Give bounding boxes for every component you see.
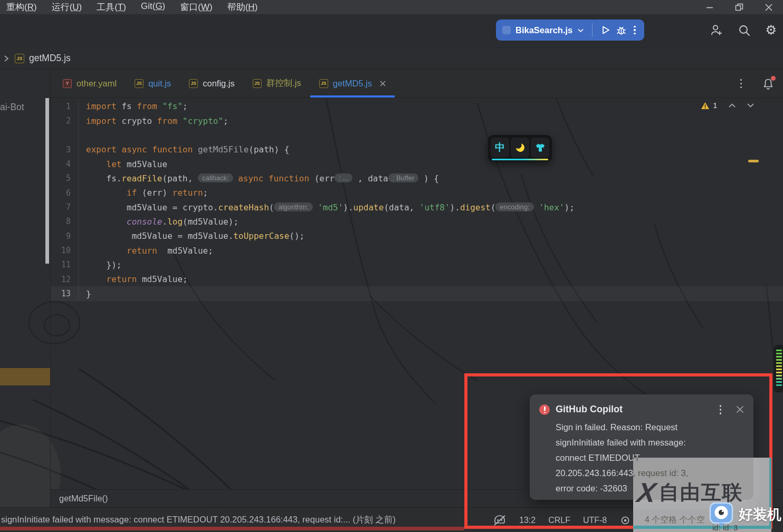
code-token: async	[238, 173, 263, 183]
line-number[interactable]: 2	[51, 116, 78, 125]
js-file-icon: JS	[189, 79, 198, 88]
close-window-button[interactable]	[760, 1, 778, 14]
code-token: return	[107, 274, 137, 284]
code-text[interactable]: md5Value = crypto.createHash(algorithm: …	[78, 200, 575, 214]
tab-quncontrol-js[interactable]: JS 群控制.js	[244, 69, 310, 98]
editor-tab-bar: Y other.yaml JS quit.js JS config.js JS …	[51, 69, 783, 98]
code-text[interactable]: });	[78, 258, 121, 272]
more-run-options-button[interactable]	[632, 24, 638, 37]
menu-git[interactable]: Git(G)	[141, 1, 165, 13]
code-token	[263, 173, 269, 183]
code-token	[86, 188, 127, 198]
tab-label[interactable]: quit.js	[148, 79, 171, 89]
notification-more-button[interactable]	[718, 403, 724, 417]
close-tab-button[interactable]	[380, 81, 386, 86]
line-number[interactable]: 11	[51, 260, 78, 269]
monitor-eye-logo	[708, 502, 734, 527]
chevron-right-icon[interactable]	[3, 55, 9, 62]
code-text[interactable]: md5Value = md5Value.toUpperCase();	[78, 229, 304, 243]
settings-gear-icon[interactable]: ⚙	[765, 24, 777, 36]
line-number[interactable]: 7	[51, 202, 78, 212]
tab-label[interactable]: other.yaml	[77, 79, 117, 89]
warning-stripe-mark[interactable]	[748, 160, 759, 162]
line-ending[interactable]: CRLF	[548, 516, 570, 525]
line-number[interactable]: 13	[51, 289, 78, 298]
breadcrumb-file[interactable]: getMD5.js	[29, 53, 71, 64]
window-controls	[701, 0, 778, 15]
code-text[interactable]: fs.readFile(path, callback: async functi…	[78, 171, 439, 186]
warnings-indicator[interactable]: 1	[701, 101, 718, 110]
menu-window[interactable]: 窗口(W)	[180, 1, 212, 13]
tab-label[interactable]: 群控制.js	[266, 78, 301, 89]
caret-position[interactable]: 13:2	[519, 516, 536, 525]
tab-label[interactable]: config.js	[203, 79, 235, 89]
notification-actions	[718, 403, 744, 417]
run-button[interactable]	[600, 25, 611, 35]
code-text[interactable]: return md5Value;	[78, 243, 213, 257]
notifications-bell-button[interactable]	[762, 78, 775, 90]
code-token: 'hex'	[539, 202, 564, 212]
copilot-notification: GitHub Copilot Sign in failed. Reason: R…	[530, 394, 753, 500]
code-token: export	[86, 144, 117, 154]
code-text[interactable]: import fs from "fs";	[78, 99, 188, 113]
run-config-label[interactable]: BikaSearch.js	[515, 25, 572, 35]
code-line: 6 if (err) return;	[51, 186, 783, 200]
menu-tools[interactable]: 工具(T)	[97, 1, 126, 13]
context-function[interactable]: getMd5File()	[59, 494, 108, 504]
tab-quit-js[interactable]: JS quit.js	[126, 69, 180, 98]
minimize-button[interactable]	[701, 1, 719, 14]
code-token: ;	[183, 101, 188, 111]
menu-help[interactable]: 帮助(H)	[227, 1, 258, 13]
line-number[interactable]: 10	[51, 246, 78, 255]
tab-other-yaml[interactable]: Y other.yaml	[54, 69, 126, 98]
debug-button[interactable]	[616, 25, 627, 36]
close-notification-button[interactable]	[736, 405, 744, 413]
chevron-down-icon[interactable]	[577, 28, 584, 33]
code-token: md5Value	[121, 159, 167, 169]
search-icon[interactable]	[738, 24, 751, 37]
code-area[interactable]: 1import fs from "fs";2import crypto from…	[51, 99, 783, 301]
code-text[interactable]	[78, 128, 86, 142]
line-number[interactable]: 9	[51, 231, 78, 241]
code-text[interactable]: }	[78, 286, 91, 301]
theme-button[interactable]	[531, 138, 549, 158]
restore-button[interactable]	[730, 1, 748, 14]
add-user-icon[interactable]	[710, 23, 723, 37]
tab-getmd5-js[interactable]: JS getMD5.js	[310, 69, 395, 98]
menu-refactor[interactable]: 重构(R)	[6, 1, 37, 13]
indent-setting[interactable]: 4 个空格 个个空	[645, 515, 705, 526]
code-text[interactable]: return md5Value;	[78, 272, 188, 286]
tab-options-kebab-button[interactable]	[738, 77, 744, 91]
left-scrollbar-thumb[interactable]	[45, 98, 49, 264]
run-configuration-widget[interactable]: BikaSearch.js	[496, 20, 644, 41]
ide-window: 重构(R) 运行(U) 工具(T) Git(G) 窗口(W) 帮助(H) Bik…	[0, 0, 783, 532]
line-number[interactable]: 1	[51, 102, 78, 111]
line-number[interactable]: 3	[51, 145, 78, 154]
line-number[interactable]: 12	[51, 275, 78, 284]
dark-mode-button[interactable]	[511, 138, 529, 158]
code-text[interactable]: let md5Value	[78, 157, 167, 171]
translate-button[interactable]: 中	[491, 138, 509, 158]
code-line: 1import fs from "fs";	[51, 99, 783, 113]
menu-run[interactable]: 运行(U)	[52, 1, 82, 13]
previous-issue-button[interactable]	[728, 103, 736, 108]
line-number[interactable]: 6	[51, 188, 78, 198]
code-text[interactable]: console.log(md5Value);	[78, 215, 238, 229]
notification-header: GitHub Copilot	[539, 403, 744, 417]
line-number[interactable]: 5	[51, 173, 78, 183]
tab-config-js[interactable]: JS config.js	[180, 69, 244, 98]
tab-label[interactable]: getMD5.js	[333, 79, 372, 89]
js-file-icon: JS	[319, 79, 328, 88]
code-line	[51, 128, 783, 142]
line-number[interactable]: 4	[51, 159, 78, 169]
file-encoding[interactable]: UTF-8	[583, 516, 607, 525]
code-text[interactable]: import crypto from "crypto";	[78, 113, 228, 128]
copilot-disabled-icon[interactable]	[493, 514, 507, 527]
code-token: crypto	[117, 116, 157, 126]
status-message[interactable]: signInInitiate failed with message: conn…	[1, 514, 396, 526]
highlighting-eye-icon[interactable]	[619, 516, 631, 525]
code-text[interactable]: if (err) return;	[78, 186, 208, 200]
next-issue-button[interactable]	[747, 103, 755, 108]
line-number[interactable]: 8	[51, 217, 78, 226]
code-text[interactable]: export async function getMd5File(path) {	[78, 142, 289, 157]
